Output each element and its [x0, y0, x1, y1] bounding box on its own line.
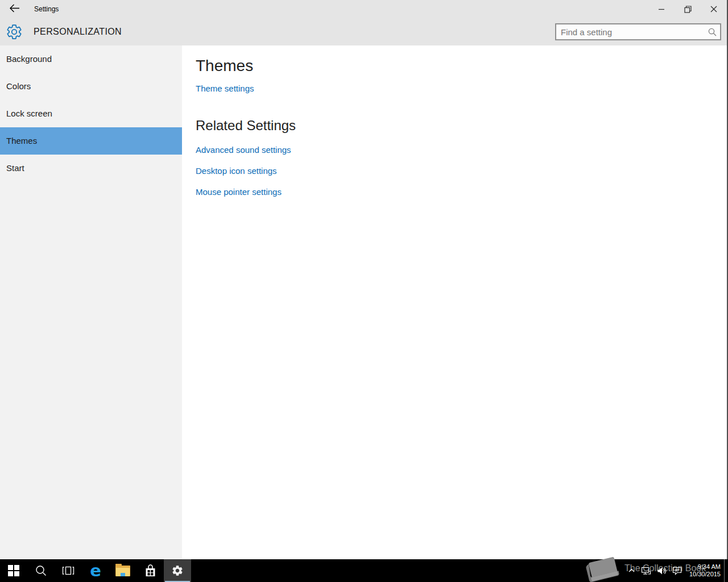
system-tray: 9:34 AM 10/30/2015: [625, 559, 728, 582]
edge-icon: e: [90, 560, 101, 581]
search-input[interactable]: [556, 27, 704, 37]
restore-icon: [684, 6, 692, 13]
network-icon[interactable]: [641, 566, 651, 575]
volume-icon[interactable]: [657, 567, 667, 575]
page-title: PERSONALIZATION: [34, 18, 122, 45]
taskbar-search-button[interactable]: [27, 559, 55, 582]
chevron-up-icon[interactable]: [628, 567, 635, 574]
clock-date: 10/30/2015: [689, 571, 721, 578]
main-content: Themes Theme settings Related Settings A…: [182, 45, 727, 559]
settings-gear-icon: [6, 23, 23, 43]
show-desktop-button[interactable]: [724, 559, 728, 582]
clock-time: 9:34 AM: [689, 563, 721, 571]
titlebar: Settings: [0, 0, 728, 18]
taskbar: The Collection Book e: [0, 559, 728, 582]
sidebar-nav: Background Colors Lock screen Themes Sta…: [0, 45, 182, 559]
sidebar-item-colors[interactable]: Colors: [0, 73, 182, 100]
desktop-icon-settings-link[interactable]: Desktop icon settings: [196, 166, 277, 176]
file-explorer-button[interactable]: [109, 559, 136, 582]
mouse-pointer-settings-link[interactable]: Mouse pointer settings: [196, 187, 282, 197]
close-icon: [710, 6, 717, 13]
folder-icon: [115, 566, 130, 576]
start-button[interactable]: [0, 559, 27, 582]
back-button[interactable]: [5, 0, 24, 18]
search-icon: [35, 565, 47, 576]
advanced-sound-settings-link[interactable]: Advanced sound settings: [196, 145, 291, 155]
theme-settings-link[interactable]: Theme settings: [196, 84, 254, 93]
store-bag-icon: [144, 564, 156, 577]
task-view-icon: [62, 566, 75, 575]
taskbar-buttons: e: [0, 559, 191, 582]
edge-button[interactable]: e: [82, 559, 109, 582]
related-settings-heading: Related Settings: [196, 117, 727, 135]
action-center-icon[interactable]: [672, 566, 682, 575]
sidebar-item-background[interactable]: Background: [0, 45, 182, 73]
themes-heading: Themes: [196, 55, 727, 77]
gear-icon: [171, 564, 184, 577]
minimize-button[interactable]: [648, 0, 675, 18]
windows-logo-icon: [8, 565, 19, 576]
store-button[interactable]: [136, 559, 164, 582]
close-button[interactable]: [701, 0, 727, 18]
taskbar-clock[interactable]: 9:34 AM 10/30/2015: [689, 563, 721, 578]
window-title: Settings: [34, 0, 59, 18]
search-box: [555, 23, 721, 40]
window-controls: [648, 0, 727, 18]
settings-taskbar-button[interactable]: [164, 559, 191, 582]
app-header: PERSONALIZATION: [0, 18, 728, 45]
search-icon[interactable]: [704, 28, 720, 36]
sidebar-item-lock-screen[interactable]: Lock screen: [0, 100, 182, 127]
restore-button[interactable]: [675, 0, 701, 18]
task-view-button[interactable]: [55, 559, 82, 582]
sidebar-item-start[interactable]: Start: [0, 155, 182, 182]
related-settings-links: Advanced sound settings Desktop icon set…: [196, 145, 727, 197]
minimize-icon: [658, 6, 665, 13]
back-arrow-icon: [9, 4, 20, 15]
sidebar-item-themes[interactable]: Themes: [0, 127, 182, 155]
book-icon: [582, 555, 622, 582]
